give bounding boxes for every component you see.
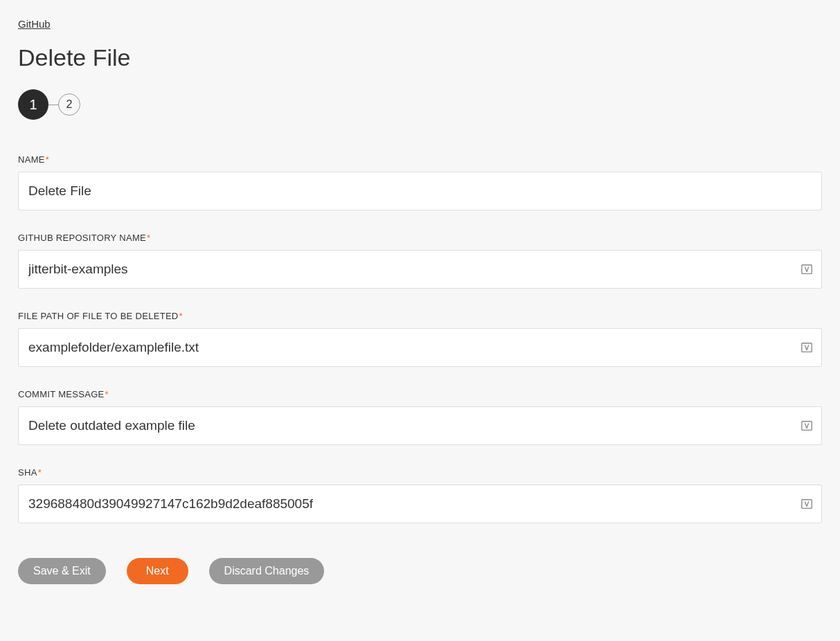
wizard-stepper: 1 2 [18,89,822,120]
variable-picker-icon[interactable] [800,341,814,354]
variable-picker-icon[interactable] [800,419,814,433]
svg-rect-1 [802,343,812,352]
commit-message-label: COMMIT MESSAGE* [18,389,822,399]
discard-changes-button[interactable]: Discard Changes [209,558,325,584]
form-group-commit-message: COMMIT MESSAGE* [18,389,822,445]
name-label: NAME* [18,154,822,165]
required-asterisk: * [179,311,183,321]
repo-name-input[interactable] [18,250,822,289]
required-asterisk: * [38,467,42,478]
repo-name-label: GITHUB REPOSITORY NAME* [18,233,822,243]
svg-rect-3 [802,500,812,509]
variable-picker-icon[interactable] [800,497,814,511]
required-asterisk: * [147,233,150,243]
variable-picker-icon[interactable] [800,262,814,276]
page-title: Delete File [18,44,822,71]
name-label-text: NAME [18,154,45,165]
button-row: Save & Exit Next Discard Changes [18,558,822,584]
sha-label: SHA* [18,467,822,478]
sha-input[interactable] [18,485,822,523]
step-2[interactable]: 2 [58,93,80,116]
next-button[interactable]: Next [127,558,188,584]
svg-rect-0 [802,265,812,274]
form-group-file-path: FILE PATH OF FILE TO BE DELETED* [18,311,822,367]
commit-message-label-text: COMMIT MESSAGE [18,389,105,399]
name-input[interactable] [18,172,822,210]
form-group-repo-name: GITHUB REPOSITORY NAME* [18,233,822,289]
form-group-name: NAME* [18,154,822,210]
required-asterisk: * [46,154,49,165]
save-exit-button[interactable]: Save & Exit [18,558,106,584]
file-path-label-text: FILE PATH OF FILE TO BE DELETED [18,311,179,321]
file-path-label: FILE PATH OF FILE TO BE DELETED* [18,311,822,321]
sha-label-text: SHA [18,467,37,478]
commit-message-input[interactable] [18,406,822,445]
step-1[interactable]: 1 [18,89,48,120]
breadcrumb-github-link[interactable]: GitHub [18,18,51,30]
form-group-sha: SHA* [18,467,822,523]
required-asterisk: * [105,389,109,399]
step-connector [48,105,58,105]
repo-name-label-text: GITHUB REPOSITORY NAME [18,233,146,243]
svg-rect-2 [802,422,812,431]
file-path-input[interactable] [18,328,822,367]
